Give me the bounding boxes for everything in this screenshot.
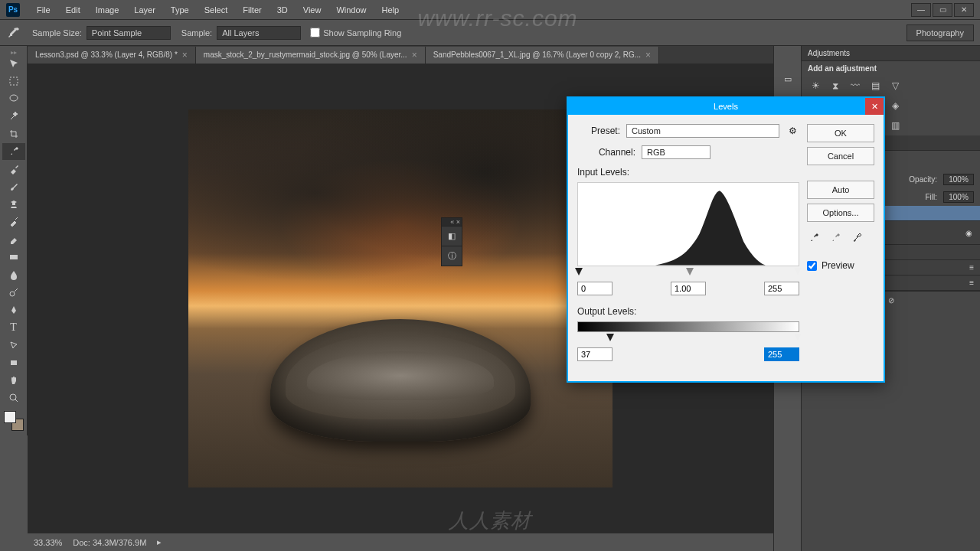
menu-3d[interactable]: 3D xyxy=(270,2,296,18)
options-button[interactable]: Options... xyxy=(807,204,874,222)
toolbar-grip[interactable]: ▸▸ xyxy=(0,49,27,55)
move-tool[interactable] xyxy=(2,55,25,72)
panel-collapse-icon[interactable]: « × xyxy=(442,218,462,226)
rectangle-tool[interactable] xyxy=(2,354,25,371)
preview-input[interactable] xyxy=(807,261,817,271)
output-slider-track[interactable] xyxy=(577,334,799,343)
input-white-slider[interactable] xyxy=(794,268,802,276)
menu-select[interactable]: Select xyxy=(197,2,236,18)
levels-icon[interactable]: ⧗ xyxy=(828,79,843,93)
sample-select[interactable]: All Layers xyxy=(217,26,301,40)
input-gamma-slider[interactable] xyxy=(686,268,694,276)
history-panel-icon[interactable]: ▭ xyxy=(774,69,801,89)
preview-checkbox[interactable]: Preview xyxy=(807,260,874,271)
white-point-eyedropper-icon[interactable] xyxy=(850,231,864,245)
healing-brush-tool[interactable] xyxy=(2,161,25,178)
menu-view[interactable]: View xyxy=(296,2,329,18)
menu-filter[interactable]: Filter xyxy=(235,2,269,18)
exposure-icon[interactable]: ▤ xyxy=(867,79,883,93)
output-black-field[interactable] xyxy=(577,347,612,361)
floating-properties-panel[interactable]: « × ◧ ⓘ xyxy=(441,217,462,266)
input-slider-track[interactable] xyxy=(577,268,799,277)
info-icon[interactable]: ⓘ xyxy=(442,246,462,266)
maximize-button[interactable]: ▭ xyxy=(933,3,952,17)
vibrance-icon[interactable]: ▽ xyxy=(887,79,903,93)
hand-tool[interactable] xyxy=(2,372,25,389)
clone-stamp-tool[interactable] xyxy=(2,196,25,213)
channel-mixer-icon[interactable]: ◈ xyxy=(887,99,903,112)
type-tool[interactable]: T xyxy=(2,319,25,336)
input-black-slider[interactable] xyxy=(575,268,583,276)
zoom-tool[interactable] xyxy=(2,390,25,406)
fill-value[interactable]: 100% xyxy=(943,191,974,203)
path-selection-tool[interactable] xyxy=(2,337,25,354)
close-icon[interactable]: × xyxy=(182,50,188,60)
close-icon[interactable]: × xyxy=(645,50,651,60)
histogram[interactable] xyxy=(577,182,799,266)
show-ring-input[interactable] xyxy=(310,28,320,37)
levels-dialog[interactable]: Levels ✕ Preset: Custom ⚙ Channel: RGB I… xyxy=(567,96,885,383)
preset-menu-icon[interactable]: ⚙ xyxy=(786,124,799,138)
cancel-button[interactable]: Cancel xyxy=(807,147,874,165)
close-icon[interactable]: × xyxy=(412,50,417,60)
menu-edit[interactable]: Edit xyxy=(58,2,88,18)
smart-object-icon[interactable]: ◉ xyxy=(963,229,974,237)
history-brush-tool[interactable] xyxy=(2,214,25,230)
ok-button[interactable]: OK xyxy=(807,124,874,142)
menu-file[interactable]: File xyxy=(29,2,58,18)
output-black-slider[interactable] xyxy=(606,334,614,341)
selective-color-icon[interactable]: ▥ xyxy=(887,119,903,132)
eyedropper-tool[interactable] xyxy=(2,143,25,160)
sample-size-select[interactable]: Point Sample xyxy=(87,26,171,40)
input-white-field[interactable] xyxy=(764,282,799,295)
lasso-tool[interactable] xyxy=(2,90,25,107)
doc-tab-1[interactable]: Lesson3.psd @ 33.3% (Layer 4, RGB/8) * × xyxy=(28,47,196,64)
document-canvas[interactable] xyxy=(188,109,612,487)
output-white-field[interactable] xyxy=(764,347,799,361)
color-swatches[interactable] xyxy=(4,411,24,431)
auto-button[interactable]: Auto xyxy=(807,181,874,199)
pen-tool[interactable] xyxy=(2,302,25,318)
dialog-titlebar[interactable]: Levels ✕ xyxy=(568,98,884,115)
curves-icon[interactable]: 〰 xyxy=(848,79,863,93)
input-gamma-field[interactable] xyxy=(671,282,706,295)
output-white-slider[interactable] xyxy=(794,334,802,341)
minimize-button[interactable]: — xyxy=(911,3,931,17)
input-black-field[interactable] xyxy=(577,282,612,295)
show-sampling-ring-checkbox[interactable]: Show Sampling Ring xyxy=(310,28,401,37)
menu-window[interactable]: Window xyxy=(328,2,374,18)
black-point-eyedropper-icon[interactable] xyxy=(807,231,821,245)
filter-blend-icon[interactable]: ≡ xyxy=(969,279,974,287)
zoom-level[interactable]: 33.33% xyxy=(34,538,62,547)
dialog-close-button[interactable]: ✕ xyxy=(865,98,884,115)
menu-image[interactable]: Image xyxy=(88,2,127,18)
brightness-contrast-icon[interactable]: ☀ xyxy=(808,79,823,93)
opacity-value[interactable]: 100% xyxy=(943,174,974,185)
preset-row: Preset: Custom ⚙ xyxy=(577,124,799,138)
brush-tool[interactable] xyxy=(2,178,25,195)
blur-tool[interactable] xyxy=(2,266,25,283)
channel-select[interactable]: RGB xyxy=(642,145,710,159)
link-layers-icon[interactable]: ⊘ xyxy=(888,296,894,305)
menu-layer[interactable]: Layer xyxy=(126,2,163,18)
magic-wand-tool[interactable] xyxy=(2,108,25,125)
status-arrow-icon[interactable]: ▸ xyxy=(157,537,162,547)
menu-type[interactable]: Type xyxy=(163,2,197,18)
gray-point-eyedropper-icon[interactable] xyxy=(828,231,842,245)
doc-tab-3[interactable]: SandPebbles0067_1_XL.jpg @ 16.7% (Layer … xyxy=(426,47,659,64)
marquee-tool[interactable] xyxy=(2,73,25,90)
menu-help[interactable]: Help xyxy=(374,2,407,18)
crop-tool[interactable] xyxy=(2,126,25,142)
dodge-tool[interactable] xyxy=(2,284,25,301)
preset-select[interactable]: Custom xyxy=(626,124,779,138)
workspace-switcher[interactable]: Photography xyxy=(906,24,974,41)
close-window-button[interactable]: ✕ xyxy=(954,3,974,17)
eraser-tool[interactable] xyxy=(2,231,25,248)
doc-tab-2[interactable]: mask_stock_2_by_rustymermaid_stock.jpg @… xyxy=(196,47,426,64)
doc-size-indicator[interactable]: Doc: 34.3M/376.9M xyxy=(73,538,146,547)
gradient-tool[interactable] xyxy=(2,249,25,266)
filter-blend-icon[interactable]: ≡ xyxy=(969,263,974,272)
foreground-color-swatch[interactable] xyxy=(4,411,16,423)
properties-icon[interactable]: ◧ xyxy=(442,226,462,246)
adjustments-panel-header[interactable]: Adjustments xyxy=(802,46,980,61)
